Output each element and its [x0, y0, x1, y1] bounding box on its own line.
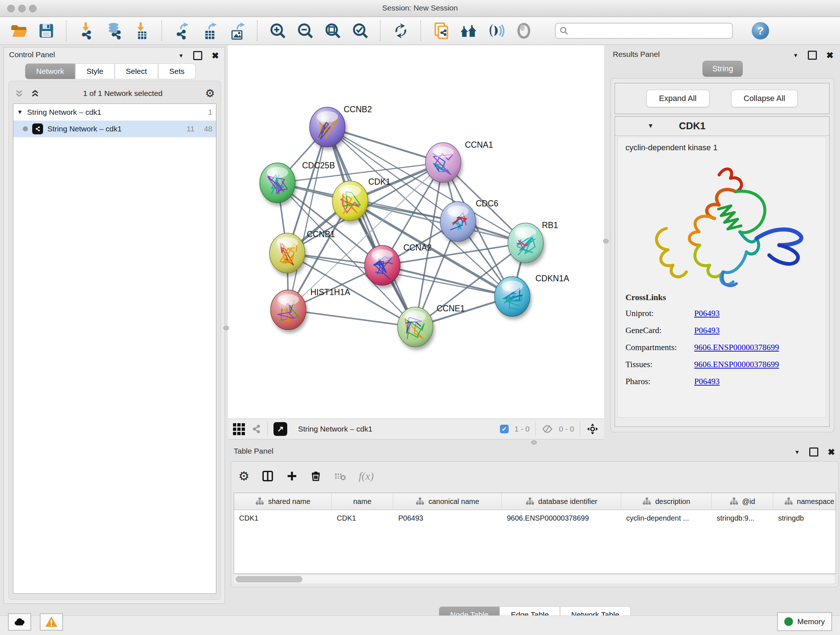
network-edge[interactable] [288, 310, 415, 327]
network-node-CCNA1[interactable]: CCNA1 [425, 140, 493, 182]
crosslink-link[interactable]: P06493 [694, 326, 720, 335]
help-button[interactable]: ? [752, 22, 769, 40]
card-expander-icon[interactable]: ▼ [647, 122, 654, 130]
table-panel-float-icon[interactable]: ▼ [794, 449, 800, 455]
table-panel-maximize-icon[interactable] [809, 448, 818, 456]
column-header-name[interactable]: name [332, 493, 393, 510]
network-canvas[interactable]: CCNB2CCNA1CDC25BCDK1CDC6RB1CCNB1CCNA2CDK… [228, 45, 604, 418]
edge-count: 48 [204, 125, 212, 133]
network-node-CCNE1[interactable]: CCNE1 [398, 304, 465, 347]
import-network-file-icon[interactable] [77, 21, 96, 40]
network-node-RB1[interactable]: RB1 [508, 220, 558, 263]
control-panel-close-icon[interactable]: ✖ [212, 51, 219, 60]
column-header-description[interactable]: description [621, 493, 712, 510]
crosslink-link[interactable]: P06493 [694, 377, 720, 386]
table-settings-gear-icon[interactable]: ⚙ [238, 470, 249, 482]
string-results-body: Expand All Collapse All ▼ CDK1 cyclin-de… [611, 78, 834, 432]
cloud-button[interactable] [8, 613, 31, 631]
results-panel-close-icon[interactable]: ✖ [826, 51, 834, 60]
column-type-icon [729, 497, 739, 506]
collapse-all-icon[interactable] [14, 88, 25, 99]
table-row[interactable]: CDK1CDK1P064939606.ENSP00000378699cyclin… [234, 510, 836, 526]
import-network-database-icon[interactable] [105, 21, 124, 40]
network-node-CDKN1A[interactable]: CDKN1A [494, 274, 569, 317]
column-type-icon [784, 497, 793, 506]
table-cell[interactable]: 9606.ENSP00000378699 [502, 510, 621, 526]
network-view-icon[interactable] [251, 424, 262, 434]
tab-select[interactable]: Select [115, 63, 158, 79]
network-edge[interactable] [327, 127, 415, 327]
horizontal-splitter-handle[interactable] [531, 440, 537, 445]
tab-sets[interactable]: Sets [158, 63, 196, 79]
add-column-icon[interactable] [286, 470, 298, 482]
clone-network-icon[interactable] [432, 21, 451, 40]
table-cell[interactable]: stringdb [773, 510, 836, 526]
control-panel-maximize-icon[interactable] [193, 51, 202, 60]
table-cell[interactable]: CDK1 [332, 510, 393, 526]
crosslink-link[interactable]: 9606.ENSP00000378699 [694, 360, 779, 369]
network-node-CDC25B[interactable]: CDC25B [260, 161, 335, 203]
warnings-button[interactable] [40, 613, 63, 631]
zoom-in-icon[interactable] [268, 21, 287, 40]
delete-column-icon[interactable] [310, 470, 322, 482]
table-cell[interactable]: CDK1 [234, 510, 332, 526]
export-network-icon[interactable] [173, 21, 192, 40]
export-image-icon[interactable] [228, 21, 247, 40]
table-cell[interactable]: stringdb:9... [712, 510, 773, 526]
table-cell[interactable]: P06493 [393, 510, 502, 526]
open-session-icon[interactable] [9, 21, 28, 40]
apply-layout-icon[interactable] [392, 21, 410, 40]
network-collection-row[interactable]: ▼ String Network – cdk1 1 [13, 104, 216, 120]
network-node-CCNB2[interactable]: CCNB2 [309, 105, 372, 147]
crosslink-link[interactable]: P06493 [694, 309, 720, 318]
collapse-all-button[interactable]: Collapse All [731, 90, 798, 107]
memory-button[interactable]: Memory [777, 612, 832, 631]
scrollbar-thumb[interactable] [235, 576, 302, 583]
column-header-canonical-name[interactable]: canonical name [393, 493, 502, 510]
memory-label: Memory [797, 617, 825, 626]
navigator-crosshair-icon[interactable] [586, 423, 599, 435]
toolbar-search[interactable] [555, 23, 733, 39]
network-node-CCNB1[interactable]: CCNB1 [270, 230, 335, 273]
column-header-@id[interactable]: @id [712, 493, 773, 510]
import-table-file-icon[interactable] [133, 21, 151, 40]
results-panel-maximize-icon[interactable] [808, 51, 817, 60]
show-graphics-details-icon[interactable] [487, 21, 506, 40]
search-input[interactable] [569, 27, 726, 35]
column-header-database-identifier[interactable]: database identifier [502, 493, 621, 510]
string-home-icon[interactable] [459, 21, 478, 40]
hide-graphics-details-icon[interactable] [515, 21, 533, 40]
zoom-fit-icon[interactable] [324, 21, 342, 40]
expand-all-icon[interactable] [30, 88, 41, 99]
column-header-shared-name[interactable]: shared name [234, 493, 332, 510]
crosslink-link[interactable]: 9606.ENSP00000378699 [694, 343, 779, 352]
export-table-icon[interactable] [201, 21, 219, 40]
network-node-CDC6[interactable]: CDC6 [440, 199, 499, 241]
column-header-namespace[interactable]: namespace [773, 493, 836, 510]
hidden-eye-icon[interactable] [542, 423, 553, 435]
network-node-HIST1H1A[interactable]: HIST1H1A [271, 287, 351, 330]
birds-eye-view-icon[interactable]: ↗ [273, 422, 287, 436]
network-options-gear-icon[interactable]: ⚙ [205, 88, 215, 99]
zoom-out-icon[interactable] [296, 21, 315, 40]
table-panel-close-icon[interactable]: ✖ [828, 448, 835, 456]
network-row[interactable]: String Network – cdk1 11 48 [13, 120, 216, 137]
control-panel-float-icon[interactable]: ▼ [178, 52, 184, 59]
crosslinks-title: CrossLinks [625, 293, 779, 302]
selected-count-checkbox-icon[interactable]: ✔ [500, 424, 508, 433]
grid-view-icon[interactable] [233, 423, 245, 435]
table-horizontal-scrollbar[interactable] [234, 575, 835, 584]
tab-style[interactable]: Style [75, 63, 115, 79]
table-cell[interactable]: cyclin-dependent ... [621, 510, 712, 526]
tab-string[interactable]: String [703, 61, 743, 77]
show-columns-icon[interactable] [262, 470, 274, 482]
network-edge[interactable] [288, 127, 327, 310]
results-panel-float-icon[interactable]: ▼ [793, 52, 798, 58]
zoom-selected-icon[interactable] [351, 21, 370, 40]
left-splitter-handle[interactable] [223, 326, 229, 330]
collection-expander-icon[interactable]: ▼ [17, 109, 23, 116]
tab-network[interactable]: Network [25, 63, 75, 79]
expand-all-button[interactable]: Expand All [646, 90, 709, 107]
node-label: CCNA1 [465, 140, 493, 149]
save-session-icon[interactable] [37, 21, 56, 40]
